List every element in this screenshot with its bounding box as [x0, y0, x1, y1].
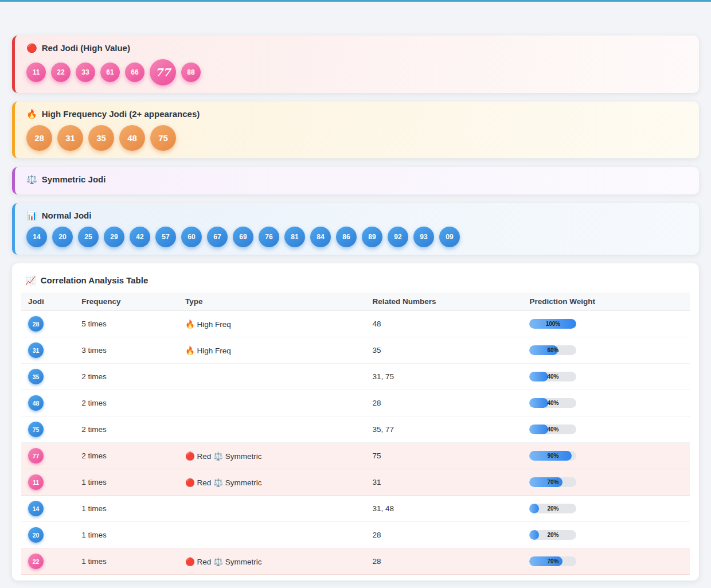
- jodi-badge[interactable]: 75: [150, 125, 176, 151]
- weight-percent-label: 70%: [529, 556, 576, 566]
- type-cell: 🔥 High Freq: [178, 337, 365, 364]
- weight-percent-label: 70%: [529, 477, 576, 487]
- frequency-cell: 2 times: [75, 390, 178, 416]
- weight-percent-label: 90%: [529, 451, 576, 461]
- section-title: 🔴 Red Jodi (High Value): [26, 43, 687, 53]
- section-card-red-jodi: 🔴 Red Jodi (High Value) 11223361667788: [12, 36, 699, 93]
- frequency-cell: 2 times: [75, 416, 178, 443]
- weight-percent-label: 40%: [529, 398, 576, 408]
- frequency-cell: 1 times: [75, 496, 178, 522]
- table-row: 22 1 times 🔴 Red ⚖️ Symmetric 28 70%: [21, 548, 690, 575]
- weight-percent-label: 60%: [529, 345, 576, 355]
- jodi-badge[interactable]: 76: [259, 227, 279, 247]
- weight-percent-label: 40%: [529, 372, 576, 381]
- frequency-cell: 3 times: [75, 337, 178, 364]
- type-cell: [178, 364, 365, 390]
- related-numbers-cell: 75: [365, 443, 522, 469]
- jodi-badge[interactable]: 81: [284, 227, 305, 247]
- prediction-weight-bar: 20%: [529, 504, 576, 513]
- jodi-badge[interactable]: 29: [104, 227, 124, 247]
- jodi-badge[interactable]: 11: [26, 63, 46, 82]
- chart-increasing-icon: 📈: [25, 276, 36, 285]
- column-header: Type: [178, 293, 365, 311]
- jodi-badge-list: 1420252942576067697681848689929309: [26, 227, 687, 247]
- prediction-weight-bar: 90%: [529, 451, 576, 461]
- type-cell: 🔴 Red ⚖️ Symmetric: [178, 548, 365, 575]
- jodi-number-badge: 77: [28, 448, 44, 464]
- section-title-label: Symmetric Jodi: [42, 174, 106, 184]
- jodi-badge[interactable]: 28: [26, 125, 52, 151]
- prediction-weight-bar: 40%: [529, 398, 576, 408]
- column-header: Related Numbers: [365, 293, 522, 311]
- jodi-badge[interactable]: 20: [52, 227, 73, 247]
- jodi-badge[interactable]: 22: [51, 63, 71, 82]
- jodi-badge[interactable]: 67: [207, 227, 228, 247]
- jodi-badge[interactable]: 84: [310, 227, 331, 247]
- jodi-badge[interactable]: 86: [336, 227, 357, 247]
- frequency-cell: 1 times: [75, 548, 178, 575]
- frequency-cell: 2 times: [75, 443, 178, 469]
- jodi-badge[interactable]: 57: [155, 227, 176, 247]
- prediction-weight-bar: 60%: [529, 345, 576, 355]
- section-title-label: Normal Jodi: [42, 211, 92, 220]
- section-title-label: High Frequency Jodi (2+ appearances): [42, 109, 200, 119]
- symmetric-jodi-icon: ⚖️: [26, 175, 37, 184]
- prediction-weight-bar: 100%: [529, 319, 576, 329]
- related-numbers-cell: 35, 77: [365, 416, 522, 443]
- jodi-badge[interactable]: 14: [26, 227, 47, 247]
- column-header: Prediction Weight: [522, 293, 690, 311]
- column-header: Jodi: [21, 293, 75, 311]
- weight-percent-label: 40%: [529, 425, 576, 434]
- table-row: 14 1 times 31, 48 20%: [21, 496, 690, 522]
- jodi-badge[interactable]: 31: [57, 125, 83, 151]
- correlation-analysis-card: 📈 Correlation Analysis Table JodiFrequen…: [12, 263, 699, 581]
- section-title-label: Red Jodi (High Value): [42, 43, 130, 53]
- jodi-badge[interactable]: 48: [119, 125, 145, 151]
- jodi-badge[interactable]: 89: [362, 227, 382, 247]
- high-frequency-jodi-icon: 🔥: [26, 110, 37, 118]
- weight-percent-label: 20%: [529, 504, 576, 513]
- table-row: 31 3 times 🔥 High Freq 35 60%: [21, 337, 690, 364]
- jodi-badge-list: 11223361667788: [26, 59, 687, 85]
- related-numbers-cell: 35: [365, 337, 522, 364]
- jodi-badge[interactable]: 92: [388, 227, 408, 247]
- section-title: 🔥 High Frequency Jodi (2+ appearances): [26, 109, 687, 119]
- frequency-cell: 2 times: [75, 364, 178, 390]
- jodi-badge[interactable]: 33: [76, 63, 95, 82]
- related-numbers-cell: 31, 48: [365, 496, 522, 522]
- jodi-badge[interactable]: 60: [181, 227, 202, 247]
- jodi-badge[interactable]: 42: [130, 227, 150, 247]
- jodi-number-badge: 75: [28, 422, 44, 437]
- jodi-badge[interactable]: 93: [413, 227, 434, 247]
- prediction-weight-bar: 40%: [529, 425, 576, 434]
- frequency-cell: 1 times: [75, 469, 178, 496]
- table-row: 75 2 times 35, 77 40%: [21, 416, 690, 443]
- table-row: 35 2 times 31, 75 40%: [21, 364, 690, 390]
- jodi-badge[interactable]: 77: [150, 59, 176, 85]
- table-title-label: Correlation Analysis Table: [41, 275, 149, 285]
- jodi-number-badge: 28: [28, 316, 44, 332]
- frequency-cell: 1 times: [75, 522, 178, 548]
- table-row: 48 2 times 28 40%: [21, 390, 690, 416]
- column-header: Frequency: [75, 293, 178, 311]
- jodi-badge[interactable]: 25: [78, 227, 99, 247]
- table-row: 11 1 times 🔴 Red ⚖️ Symmetric 31 70%: [21, 469, 690, 496]
- type-cell: 🔴 Red ⚖️ Symmetric: [178, 469, 365, 496]
- weight-percent-label: 100%: [529, 319, 576, 329]
- jodi-number-badge: 22: [28, 554, 44, 569]
- frequency-cell: 5 times: [75, 311, 178, 337]
- jodi-badge[interactable]: 69: [233, 227, 253, 247]
- section-card-high-frequency-jodi: 🔥 High Frequency Jodi (2+ appearances) 2…: [12, 102, 699, 158]
- jodi-badge[interactable]: 66: [125, 63, 144, 82]
- jodi-badge[interactable]: 61: [100, 63, 120, 82]
- prediction-weight-bar: 20%: [529, 530, 576, 540]
- type-cell: 🔴 Red ⚖️ Symmetric: [178, 443, 365, 469]
- jodi-badge[interactable]: 35: [88, 125, 114, 151]
- table-header-row: JodiFrequencyTypeRelated NumbersPredicti…: [21, 293, 690, 311]
- related-numbers-cell: 31, 75: [365, 364, 522, 390]
- jodi-badge[interactable]: 09: [439, 227, 460, 247]
- jodi-number-badge: 35: [28, 369, 44, 384]
- type-cell: [178, 416, 365, 443]
- type-cell: [178, 522, 365, 548]
- jodi-badge[interactable]: 88: [181, 63, 201, 82]
